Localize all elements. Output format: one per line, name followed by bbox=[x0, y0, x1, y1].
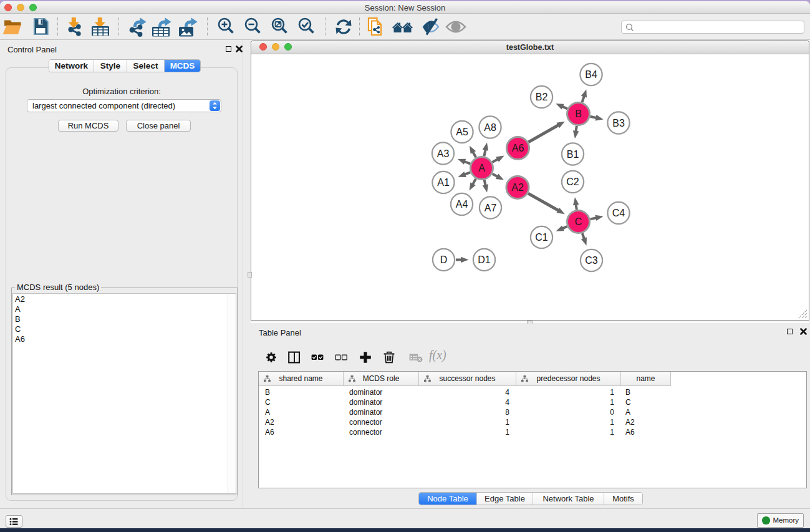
svg-text:A7: A7 bbox=[485, 203, 497, 213]
svg-text:A6: A6 bbox=[512, 143, 524, 153]
svg-text:A4: A4 bbox=[456, 199, 468, 210]
svg-text:C4: C4 bbox=[612, 208, 625, 218]
svg-text:C2: C2 bbox=[566, 177, 579, 187]
svg-text:A5: A5 bbox=[456, 127, 468, 137]
svg-text:B: B bbox=[575, 109, 582, 119]
svg-text:C3: C3 bbox=[585, 255, 598, 266]
svg-text:C1: C1 bbox=[535, 232, 548, 243]
svg-text:A8: A8 bbox=[484, 122, 496, 133]
svg-text:A2: A2 bbox=[511, 182, 524, 193]
svg-text:D1: D1 bbox=[478, 254, 491, 265]
svg-text:A3: A3 bbox=[437, 148, 450, 159]
svg-text:C: C bbox=[575, 216, 582, 227]
svg-text:B1: B1 bbox=[567, 149, 579, 160]
svg-text:D: D bbox=[440, 254, 448, 265]
svg-text:B3: B3 bbox=[612, 118, 625, 128]
svg-text:A1: A1 bbox=[437, 177, 450, 188]
svg-text:A: A bbox=[478, 163, 485, 173]
svg-text:B2: B2 bbox=[536, 92, 548, 102]
svg-text:B4: B4 bbox=[585, 69, 597, 80]
